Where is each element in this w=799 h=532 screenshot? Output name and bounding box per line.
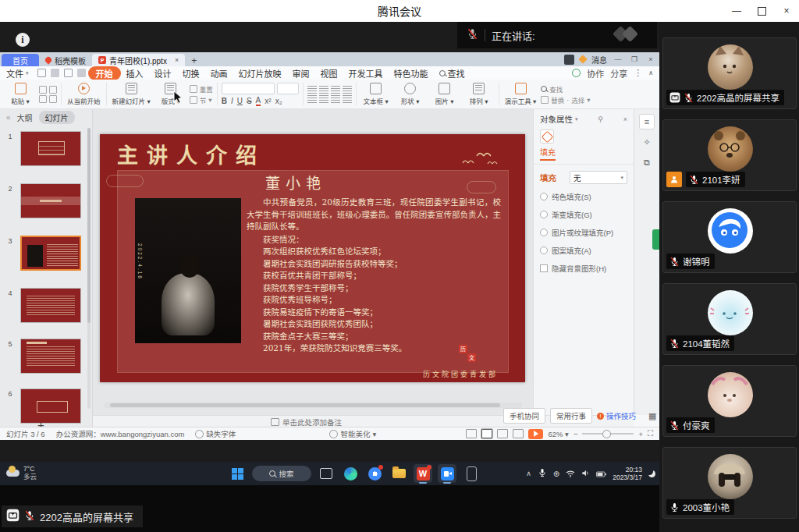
bullets-icon[interactable] [307,86,317,94]
wps-minimize-button[interactable]: — [613,55,623,63]
horizontal-scrollbar[interactable] [104,403,522,408]
missing-font-status[interactable]: 缺失字体 [195,428,236,439]
menu-find[interactable]: 查找 [434,67,471,80]
fill-radio-option[interactable]: 图案填充(A) [540,245,627,256]
superscript-button[interactable]: x² [265,97,271,105]
taskbar-meeting-icon[interactable] [438,464,456,483]
ribbon-find-button[interactable]: 查找 [541,84,590,94]
font-name-input[interactable] [222,83,275,94]
tab-docer[interactable]: 稻壳模板 [39,54,92,66]
menu-动画[interactable]: 动画 [205,67,233,80]
taskbar-start-icon[interactable] [228,464,247,483]
thumbnail-scrollbar[interactable] [87,128,91,409]
fill-radio-option[interactable]: 纯色填充(S) [540,191,627,202]
hide-background-checkbox[interactable]: 隐藏背景图形(H) [540,263,627,274]
pin-icon[interactable]: ⚲ [593,115,603,123]
align-left-icon[interactable] [307,95,317,103]
fill-radio-option[interactable]: 渐变填充(G) [540,209,627,220]
zoom-out-button[interactable]: − [574,430,578,438]
close-tab-icon[interactable]: × [175,56,179,64]
fill-tab-icon[interactable] [540,129,554,144]
tray-battery-icon[interactable] [596,466,606,481]
presentation-tools-button[interactable]: 演示工具 ▾ [502,81,540,107]
menu-审阅[interactable]: 审阅 [287,67,315,80]
participant-tile[interactable]: 付豪爽 [662,365,797,437]
taskbar-edge-icon[interactable] [341,464,360,483]
format-painter-icon[interactable] [39,95,47,103]
zoom-slider-knob[interactable] [602,430,611,438]
quick-actions-button[interactable]: 常用行事 [550,408,592,424]
weather-widget[interactable]: 7°C 多云 [6,465,37,481]
grid-menu-icon[interactable]: ▦ [648,411,657,421]
tray-network-icon[interactable] [566,466,575,481]
picture-button[interactable]: 图片 ▾ [428,81,462,107]
shape-button[interactable]: 形状 ▾ [393,81,428,107]
collapse-panel-icon[interactable]: « [6,113,11,122]
subscript-button[interactable]: x₂ [275,97,282,105]
textbox-button[interactable]: 文本框 ▾ [359,81,393,107]
align-right-icon[interactable] [331,95,340,103]
beautify-button[interactable]: 智能美化 ▾ [329,428,376,439]
menu-幻灯片放映[interactable]: 幻灯片放映 [233,67,287,80]
arrange-button[interactable]: 排列 ▾ [462,81,496,107]
animation-strip-icon[interactable]: ✧ [639,134,655,150]
taskbar-task-view-icon[interactable] [317,464,336,483]
fill-radio-option[interactable]: 图片或纹理填充(P) [540,227,627,238]
participant-tile[interactable]: 2003董小艳 [662,447,797,519]
fill-select[interactable]: 无▾ [570,171,627,184]
participant-tile[interactable]: 2104董韬然 [662,283,797,355]
slide-thumbnail-2[interactable] [20,183,81,218]
participant-tile[interactable]: 2202高晶的屏幕共享 [662,37,797,109]
reading-view-icon[interactable] [513,429,524,438]
current-slide[interactable]: 主讲人介绍 2022.4.18 董小艳 中共预备党员，20级历史教育三班，现任院… [100,134,525,382]
minimize-button[interactable]: — [724,0,749,22]
sorter-view-icon[interactable] [497,429,508,438]
menu-插入[interactable]: 插入 [121,67,149,80]
collab-button[interactable]: 协作 [587,67,604,80]
strike-button[interactable]: S [247,97,252,105]
maximize-button[interactable] [749,0,774,22]
participant-tile[interactable]: 2101李妍 [662,119,797,191]
paste-button[interactable]: 粘贴 ▾ [3,81,37,107]
align-center-icon[interactable] [319,95,328,103]
justify-icon[interactable] [343,95,352,103]
taskbar-explorer-icon[interactable] [389,464,408,483]
indent-decrease-icon[interactable] [331,86,340,94]
slide-thumbnail-6[interactable] [20,388,81,424]
selection-strip-icon[interactable]: ⧉ [639,154,655,170]
taskbar-search[interactable]: 搜索 [252,466,311,481]
tray-volume-icon[interactable] [581,466,590,481]
fill-tab[interactable]: 填充 [540,146,556,161]
cloud-sync-icon[interactable] [572,69,581,77]
tab-home[interactable]: 首页 [2,54,39,66]
zoom-slider[interactable] [582,433,634,434]
tray-accessibility-icon[interactable]: ⊕ [553,470,559,478]
panel-close-icon[interactable]: × [619,115,627,123]
outline-view-icon[interactable] [466,429,477,438]
tips-link[interactable]: ! 操作技巧 [597,410,636,421]
docer-side-tag[interactable] [652,229,659,250]
tray-expand-icon[interactable]: ∧ [526,470,531,477]
cut-icon[interactable] [39,86,47,94]
new-slide-button[interactable]: 新建幻灯片 ▾ [109,81,154,107]
taskbar-wps-icon[interactable]: W [414,464,432,483]
copy-icon[interactable] [49,86,57,94]
fullscreen-icon[interactable]: ⛶ [648,429,653,438]
menu-视图[interactable]: 视图 [315,67,343,80]
new-tab-button[interactable]: + [191,55,197,66]
slide-thumbnail-1[interactable] [20,131,81,166]
wps-avatar[interactable] [564,55,574,65]
phone-sync-button[interactable]: 手机协同 [503,408,545,424]
notification-moon-icon[interactable] [648,470,655,477]
message-label[interactable]: 消息 [591,54,607,66]
italic-button[interactable]: I [231,97,233,105]
menu-切换[interactable]: 切换 [177,67,205,80]
wps-close-button[interactable]: × [645,55,656,63]
taskbar-browser-icon[interactable] [365,464,384,483]
slide-thumbnail-3[interactable] [20,236,81,271]
normal-view-icon[interactable] [481,429,492,438]
meeting-info-button[interactable]: i [16,33,30,47]
tab-slides[interactable]: 幻灯片 [39,111,75,124]
close-button[interactable]: × [774,0,799,22]
wps-restore-button[interactable]: ❐ [629,55,640,63]
